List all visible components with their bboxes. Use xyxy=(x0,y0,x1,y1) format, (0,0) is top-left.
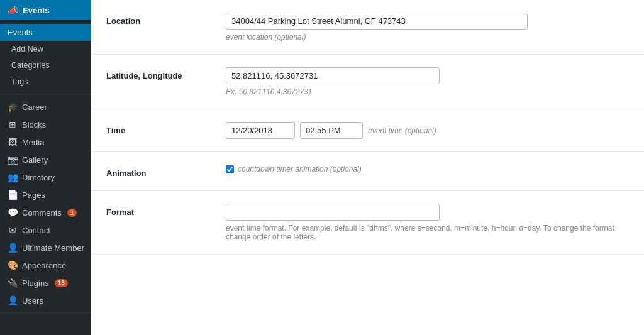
location-label: Location xyxy=(106,13,226,41)
location-input[interactable] xyxy=(226,13,528,30)
format-input[interactable] xyxy=(226,204,440,221)
animation-field: countdown timer animation (optional) xyxy=(226,165,629,178)
format-field: event time format. For example, default … xyxy=(226,204,629,241)
sidebar-pages-label: Pages xyxy=(22,190,45,200)
location-hint: event location (optional) xyxy=(226,33,629,41)
latlong-section: Latitude, Longitude Ex: 50.821116,4.3672… xyxy=(91,55,644,109)
sidebar-plugins-label: Plugins xyxy=(22,278,49,288)
comments-icon: 💬 xyxy=(8,207,18,217)
time-row: event time (optional) xyxy=(226,122,629,139)
sidebar-item-directory[interactable]: 👥 Directory xyxy=(0,168,91,186)
media-icon: 🖼 xyxy=(8,137,18,147)
main-content: Location event location (optional) Latit… xyxy=(91,0,644,335)
pages-icon: 📄 xyxy=(8,190,18,200)
time-hint: event time (optional) xyxy=(368,126,436,135)
sidebar-item-users[interactable]: 👤 Users xyxy=(0,292,91,309)
sidebar-directory-label: Directory xyxy=(22,173,55,182)
sidebar-comments-label: Comments xyxy=(22,208,62,217)
appearance-icon: 🎨 xyxy=(8,260,18,270)
sidebar-blocks-label: Blocks xyxy=(22,120,46,129)
latlong-hint: Ex: 50.821116,4.3672731 xyxy=(226,87,629,96)
sidebar-item-add-new[interactable]: Add New xyxy=(0,41,91,57)
sidebar-tags-label: Tags xyxy=(11,77,28,86)
time-label: Time xyxy=(106,122,226,139)
animation-checkbox[interactable] xyxy=(226,165,234,173)
sidebar-item-ultimate-member[interactable]: 👤 Ultimate Member xyxy=(0,239,91,256)
sidebar-events-section: Events Add New Categories Tags xyxy=(0,20,91,94)
sidebar-career-label: Career xyxy=(22,102,47,112)
latlong-label: Latitude, Longitude xyxy=(106,67,226,96)
sidebar-users-label: Users xyxy=(22,296,43,305)
career-icon: 🎓 xyxy=(8,102,18,112)
comments-badge: 1 xyxy=(67,209,77,217)
ultimate-member-icon: 👤 xyxy=(8,243,18,253)
sidebar-item-contact[interactable]: ✉ Contact xyxy=(0,221,91,239)
sidebar-item-tags[interactable]: Tags xyxy=(0,74,91,90)
sidebar-contact-label: Contact xyxy=(22,226,50,235)
latlong-input[interactable] xyxy=(226,67,440,84)
time-section: Time event time (optional) xyxy=(91,109,644,152)
sidebar-categories-label: Categories xyxy=(11,61,49,70)
time-input[interactable] xyxy=(300,122,363,139)
sidebar-add-new-label: Add New xyxy=(11,45,43,53)
contact-icon: ✉ xyxy=(8,225,18,235)
sidebar-gallery-label: Gallery xyxy=(22,155,48,165)
sidebar-events-label: Events xyxy=(8,28,33,37)
animation-label: Animation xyxy=(106,165,226,178)
location-field: event location (optional) xyxy=(226,13,629,41)
directory-icon: 👥 xyxy=(8,172,18,182)
sidebar-item-blocks[interactable]: ⊞ Blocks xyxy=(0,116,91,133)
sidebar-header[interactable]: 📣 Events xyxy=(0,0,91,20)
animation-row: countdown timer animation (optional) xyxy=(226,165,629,173)
sidebar-item-media[interactable]: 🖼 Media xyxy=(0,133,91,151)
location-section: Location event location (optional) xyxy=(91,0,644,55)
gallery-icon: 📷 xyxy=(8,155,18,165)
time-field: event time (optional) xyxy=(226,122,629,139)
plugins-icon: 🔌 xyxy=(8,278,18,288)
sidebar-item-categories[interactable]: Categories xyxy=(0,57,91,74)
events-megaphone-icon: 📣 xyxy=(8,5,18,15)
animation-hint: countdown timer animation (optional) xyxy=(238,165,362,173)
plugins-badge: 13 xyxy=(55,279,68,287)
sidebar-appearance-label: Appearance xyxy=(22,261,66,270)
sidebar-main-section: 🎓 Career ⊞ Blocks 🖼 Media 📷 Gallery 👥 Di… xyxy=(0,94,91,314)
sidebar-ultimate-member-label: Ultimate Member xyxy=(22,243,84,253)
sidebar-header-label: Events xyxy=(23,6,50,15)
format-label: Format xyxy=(106,204,226,241)
sidebar-media-label: Media xyxy=(22,138,44,147)
sidebar-item-pages[interactable]: 📄 Pages xyxy=(0,186,91,204)
animation-section: Animation countdown timer animation (opt… xyxy=(91,152,644,191)
sidebar-item-appearance[interactable]: 🎨 Appearance xyxy=(0,256,91,274)
sidebar: 📣 Events Events Add New Categories Tags … xyxy=(0,0,91,335)
format-section: Format event time format. For example, d… xyxy=(91,191,644,255)
sidebar-item-events[interactable]: Events xyxy=(0,24,91,41)
sidebar-item-gallery[interactable]: 📷 Gallery xyxy=(0,151,91,168)
users-icon: 👤 xyxy=(8,295,18,305)
date-input[interactable] xyxy=(226,122,295,139)
format-hint: event time format. For example, default … xyxy=(226,224,629,241)
blocks-icon: ⊞ xyxy=(8,119,18,129)
sidebar-item-plugins[interactable]: 🔌 Plugins 13 xyxy=(0,274,91,292)
sidebar-item-career[interactable]: 🎓 Career xyxy=(0,98,91,116)
latlong-field: Ex: 50.821116,4.3672731 xyxy=(226,67,629,96)
sidebar-item-comments[interactable]: 💬 Comments 1 xyxy=(0,204,91,221)
